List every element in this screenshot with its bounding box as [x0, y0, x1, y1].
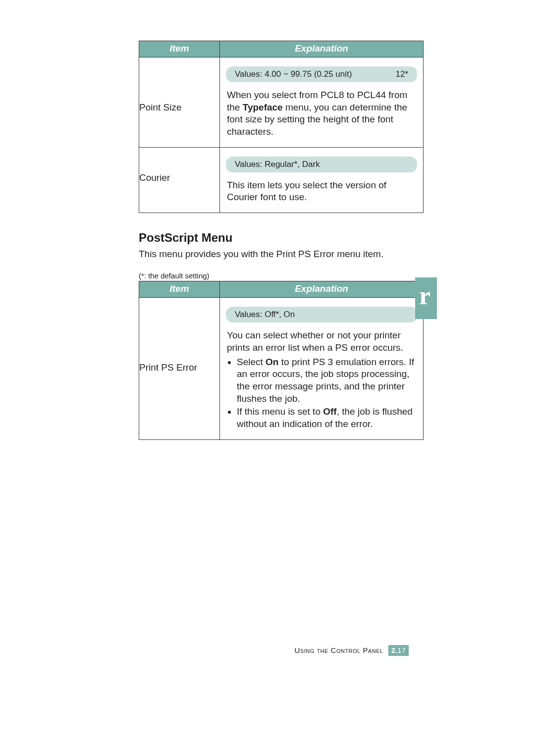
explanation-cell: Values: Regular*, Dark This item lets yo… — [220, 147, 424, 213]
pcl-menu-table: Item Explanation Point Size Values: 4.00… — [139, 41, 424, 213]
values-default: 12* — [395, 69, 408, 79]
page-number: 17 — [397, 646, 406, 654]
table-header-item: Item — [139, 281, 220, 298]
explanation-text: This item lets you select the version of… — [227, 179, 416, 204]
values-pill: Values: Off*, On — [226, 307, 417, 323]
page-footer: Using the Control Panel 2.17 — [294, 645, 409, 656]
svg-text:r: r — [419, 281, 430, 310]
item-point-size: Point Size — [139, 57, 220, 148]
chapter-tab: r — [415, 277, 437, 319]
values-pill: Values: Regular*, Dark — [226, 157, 417, 172]
table-row: Point Size Values: 4.00 ~ 99.75 (0.25 un… — [139, 57, 424, 148]
item-courier: Courier — [139, 147, 220, 213]
item-print-ps-error: Print PS Error — [139, 298, 220, 440]
chapter-tab-icon: r — [415, 277, 437, 319]
values-text: Values: Off*, On — [235, 310, 295, 320]
page-number-box: 2.17 — [388, 645, 409, 656]
footer-label: Using the Control Panel — [294, 646, 383, 654]
explanation-cell: Values: Off*, On You can select whether … — [220, 298, 424, 440]
section-intro: This menu provides you with the Print PS… — [139, 249, 424, 260]
values-pill: Values: 4.00 ~ 99.75 (0.25 unit) 12* — [226, 66, 417, 82]
postscript-menu-table: Item Explanation Print PS Error Values: … — [139, 281, 424, 440]
values-text: Values: 4.00 ~ 99.75 (0.25 unit) — [235, 69, 352, 79]
default-note: (*: the default setting) — [139, 271, 424, 280]
explanation-cell: Values: 4.00 ~ 99.75 (0.25 unit) 12* Whe… — [220, 57, 424, 148]
explanation-text: You can select whether or not your print… — [227, 329, 416, 431]
section-heading-postscript: PostScript Menu — [139, 231, 424, 245]
table-header-explanation: Explanation — [220, 281, 424, 298]
values-text: Values: Regular*, Dark — [235, 160, 320, 169]
table-header-explanation: Explanation — [220, 41, 424, 57]
table-row: Courier Values: Regular*, Dark This item… — [139, 147, 424, 213]
table-header-item: Item — [139, 41, 220, 57]
table-row: Print PS Error Values: Off*, On You can … — [139, 298, 424, 440]
page-section: 2. — [391, 646, 398, 654]
explanation-text: When you select from PCL8 to PCL44 from … — [227, 89, 416, 138]
